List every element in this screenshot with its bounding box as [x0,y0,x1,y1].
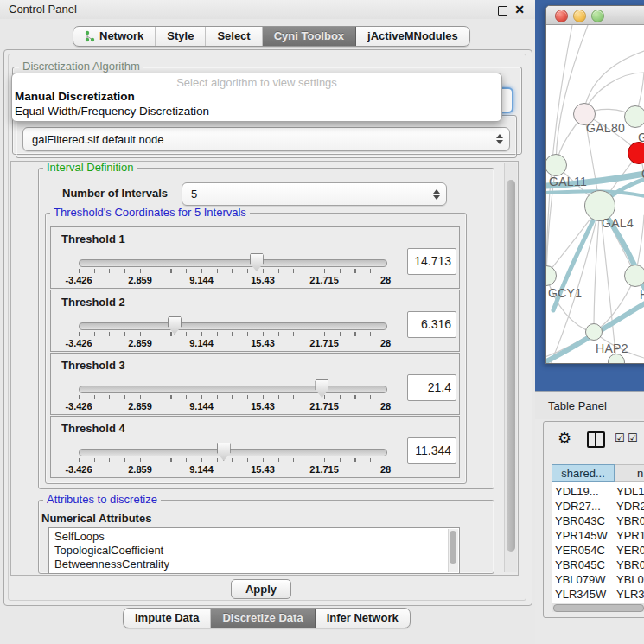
cell-name[interactable]: YBL0 [616,572,644,587]
network-node[interactable] [628,142,644,164]
network-canvas[interactable]: GAL80GCGAL11GAL4GCY1HHAP2 [546,25,644,363]
threshold-4-label: Threshold 4 [61,422,125,435]
tab-discretize-data[interactable]: Discretize Data [211,609,315,628]
network-node[interactable] [585,323,603,341]
table-row[interactable]: YBL079WYBL0 [552,572,644,587]
threshold-1-label: Threshold 1 [61,233,125,245]
threshold-4-slider-track[interactable] [79,449,387,456]
threshold-2-value-field[interactable]: 6.316 [407,311,456,338]
checkbox-icon[interactable] [615,431,625,444]
tab-style[interactable]: Style [156,27,206,46]
cell-shared-name[interactable]: YDL19... [555,484,615,499]
threshold-3-label: Threshold 3 [61,359,125,372]
tick-label: -3.426 [65,464,92,475]
table-data-combobox-value: galFiltered.sif default node [32,128,163,150]
network-node[interactable] [624,105,644,128]
list-scrollbar[interactable] [448,529,458,572]
close-icon[interactable] [513,2,526,17]
tab-jactivemnodules-label: jActiveMNodules [367,27,458,46]
attributes-group-title: Attributes to discretize [43,494,161,505]
vertical-scrollbar[interactable] [504,163,517,572]
cell-name[interactable]: YLR3 [616,587,644,602]
window-close-icon[interactable] [555,10,568,22]
threshold-4-value-field[interactable]: 11.344 [407,437,456,464]
horizontal-scrollbar[interactable] [552,603,644,612]
tab-infer-network[interactable]: Infer Network [316,609,410,628]
table-row[interactable]: YLR345WYLR3 [552,587,644,602]
list-item[interactable]: TopologicalCoefficient [54,544,163,558]
tick-label: -3.426 [65,401,92,411]
table-row[interactable]: YER054CYER0 [552,543,644,558]
list-item[interactable]: SelfLoops [54,530,105,544]
tick-label: 21.715 [309,338,339,348]
window-minimize-icon[interactable] [573,10,586,22]
cell-shared-name[interactable]: YBR045C [555,558,615,572]
tick-label: 9.144 [189,401,214,411]
apply-button[interactable]: Apply [231,579,291,599]
cell-name[interactable]: YPR1 [616,528,644,543]
network-node-label: HAP2 [596,341,628,355]
slider-tick-marks [79,332,386,336]
cell-shared-name[interactable]: YBR043C [555,513,615,528]
cell-name[interactable]: YBR0 [616,513,644,528]
threshold-3-value-field[interactable]: 21.4 [407,374,456,401]
cell-shared-name[interactable]: YER054C [555,543,615,558]
column-header-name[interactable]: n [615,464,644,482]
gear-icon[interactable] [558,429,571,448]
tick-label: 9.144 [189,275,214,285]
threshold-2-box: Threshold 2 -3.426 2.859 9.144 15.43 21.… [50,290,460,352]
table-body[interactable]: YDL19...YDL1YDR27...YDR2YBR043CYBR0YPR14… [552,482,644,603]
float-icon[interactable] [498,6,507,16]
cell-name[interactable]: YDR2 [616,499,644,513]
bottom-tab-bar: Impute Data Discretize Data Infer Networ… [123,608,411,628]
slider-tick-marks [79,458,386,462]
algorithm-option-equal-width[interactable]: Equal Width/Frequency Discretization [15,105,499,118]
tick-label: 9.144 [189,464,214,475]
tick-label: -3.426 [65,338,92,348]
cell-shared-name[interactable]: YPR145W [555,528,615,543]
table-row[interactable]: YPR145WYPR1 [552,528,644,543]
network-node-label: GAL80 [586,121,625,135]
threshold-1-value-field[interactable]: 14.713 [407,248,456,275]
cell-name[interactable]: YER0 [616,543,644,558]
table-row[interactable]: YDL19...YDL1 [552,484,644,499]
cell-shared-name[interactable]: YBL079W [555,572,615,587]
tab-network[interactable]: Network [73,27,156,46]
window-zoom-icon[interactable] [591,10,604,22]
number-of-intervals-combobox[interactable]: 5 [182,182,447,206]
tab-cyni-toolbox[interactable]: Cyni Toolbox [263,27,356,46]
vertical-scrollbar-thumb[interactable] [507,180,515,552]
tick-label: 2.859 [128,464,152,475]
cell-name[interactable]: YDL1 [616,484,644,499]
checkbox-icon[interactable] [628,431,638,444]
threshold-2-slider-track[interactable] [79,322,387,330]
threshold-1-slider-track[interactable] [79,259,387,267]
network-node[interactable] [624,265,644,287]
control-panel-titlebar: Control Panel [0,0,535,19]
horizontal-scrollbar-thumb[interactable] [553,604,644,612]
tab-select[interactable]: Select [206,27,262,46]
cell-name[interactable]: YBR0 [616,558,644,572]
list-scrollbar-thumb[interactable] [450,531,456,564]
network-window-titlebar[interactable] [546,6,644,25]
table-row[interactable]: YBR043CYBR0 [552,513,644,528]
threshold-2-label: Threshold 2 [61,296,125,309]
table-row[interactable]: YBR045CYBR0 [552,558,644,572]
cell-shared-name[interactable]: YDR27... [555,499,615,513]
list-item[interactable]: BetweennessCentrality [54,558,169,571]
columns-icon[interactable] [587,431,605,448]
tick-label: 2.859 [128,275,152,285]
threshold-4-box: Threshold 4 -3.426 2.859 9.144 15.43 21.… [50,416,460,478]
panel-title: Control Panel [9,0,77,19]
table-data-combobox[interactable]: galFiltered.sif default node [22,127,510,151]
tab-jactivemnodules[interactable]: jActiveMNodules [356,27,469,46]
table-row[interactable]: YDR27...YDR2 [552,499,644,513]
tab-impute-data[interactable]: Impute Data [124,609,211,628]
cell-shared-name[interactable]: YLR345W [555,587,615,602]
algorithm-option-manual[interactable]: Manual Discretization [15,90,499,103]
column-header-shared-name[interactable]: shared... [552,464,615,482]
threshold-3-slider-track[interactable] [79,386,387,393]
tick-label: 28 [380,401,391,411]
network-icon [85,30,95,42]
number-of-intervals-label: Number of Intervals [62,187,168,200]
